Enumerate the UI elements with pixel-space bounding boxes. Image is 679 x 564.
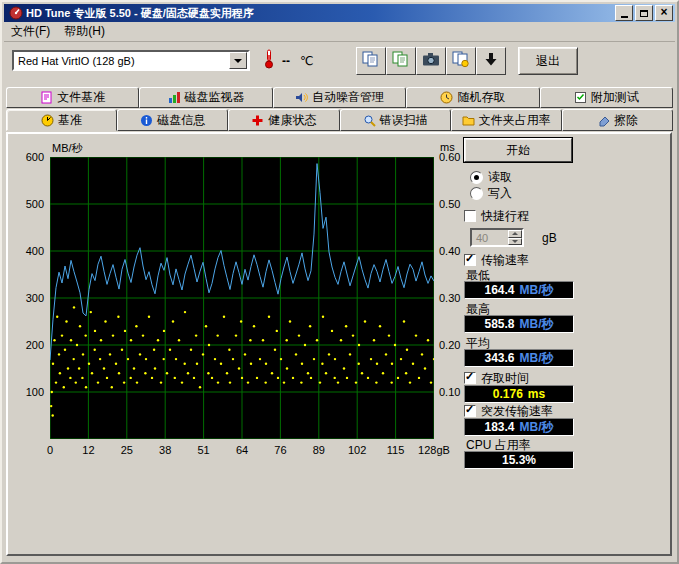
tab-label: 附加测试 bbox=[591, 89, 639, 106]
shortstroke-checkbox[interactable]: 快捷行程 bbox=[464, 209, 529, 223]
benchmark-chart: MB/秒 ms 6005004003002001000.600.500.400.… bbox=[8, 134, 468, 464]
transfer-rate-checkbox[interactable]: 传输速率 bbox=[464, 253, 529, 267]
spinner-down-button[interactable] bbox=[508, 238, 522, 246]
access-time-checkbox[interactable]: 存取时间 bbox=[464, 371, 529, 385]
tab-extra-tests[interactable]: 附加测试 bbox=[540, 87, 673, 108]
drive-select-value: Red Hat VirtIO (128 gB) bbox=[14, 55, 229, 67]
transfer-rate-label: 传输速率 bbox=[481, 252, 529, 269]
tab-label: 错误扫描 bbox=[380, 112, 428, 129]
tab-label: 文件基准 bbox=[57, 89, 105, 106]
minimize-icon bbox=[621, 16, 628, 18]
shortstroke-size-input[interactable]: 40 bbox=[470, 228, 524, 247]
x-tick: 0 bbox=[30, 444, 70, 456]
avg-unit: MB/秒 bbox=[520, 350, 554, 367]
burst-rate-checkbox[interactable]: 突发传输速率 bbox=[464, 404, 553, 418]
copy-image-button[interactable] bbox=[446, 47, 476, 75]
thermometer-icon bbox=[262, 49, 276, 73]
disk-monitor-icon bbox=[168, 91, 181, 104]
start-button[interactable]: 开始 bbox=[464, 138, 572, 162]
toolbar: Red Hat VirtIO (128 gB) -- ℃ 退出 bbox=[4, 42, 675, 80]
access-time-unit: ms bbox=[528, 387, 545, 401]
info-icon bbox=[140, 114, 153, 127]
tab-label: 擦除 bbox=[614, 112, 638, 129]
minimize-button[interactable] bbox=[615, 5, 633, 21]
copy-pages-icon bbox=[362, 51, 380, 72]
y-left-tick: 300 bbox=[8, 292, 44, 304]
y-left-axis-unit: MB/秒 bbox=[52, 141, 83, 156]
chevron-down-icon[interactable] bbox=[229, 52, 247, 69]
close-button[interactable]: × bbox=[655, 5, 673, 21]
avg-value: 343.6 bbox=[484, 351, 514, 365]
menu-help[interactable]: 帮助(H) bbox=[57, 21, 112, 42]
copy-text-button[interactable] bbox=[386, 47, 416, 75]
x-tick: 128gB bbox=[414, 444, 454, 456]
clock-icon bbox=[440, 91, 453, 104]
tab-folder-usage[interactable]: 文件夹占用率 bbox=[451, 109, 562, 131]
copy-text-icon bbox=[392, 51, 410, 72]
menu-file[interactable]: 文件(F) bbox=[4, 21, 57, 42]
x-tick: 51 bbox=[184, 444, 224, 456]
tab-aam[interactable]: 自动噪音管理 bbox=[273, 87, 406, 108]
x-tick: 76 bbox=[260, 444, 300, 456]
title-bar[interactable]: HD Tune 专业版 5.50 - 硬盘/固态硬盘实用程序 × bbox=[4, 4, 675, 22]
max-unit: MB/秒 bbox=[520, 316, 554, 333]
app-icon bbox=[9, 6, 23, 20]
plot-canvas bbox=[50, 157, 434, 439]
y-left-tick: 100 bbox=[8, 386, 44, 398]
maximize-button[interactable] bbox=[635, 5, 653, 21]
read-radio[interactable]: 读取 bbox=[470, 170, 512, 184]
tab-disk-info[interactable]: 磁盘信息 bbox=[117, 109, 228, 131]
copy-screenshot-button[interactable] bbox=[356, 47, 386, 75]
tab-file-benchmark[interactable]: 文件基准 bbox=[6, 87, 139, 108]
close-icon: × bbox=[660, 7, 667, 17]
camera-icon bbox=[422, 52, 440, 71]
screenshot-button[interactable] bbox=[416, 47, 446, 75]
tab-health[interactable]: 健康状态 bbox=[228, 109, 339, 131]
exit-button[interactable]: 退出 bbox=[518, 47, 578, 75]
x-tick: 102 bbox=[337, 444, 377, 456]
checkbox-unchecked-icon bbox=[464, 210, 476, 222]
min-value: 164.4 bbox=[484, 283, 514, 297]
file-benchmark-icon bbox=[40, 91, 53, 104]
radio-unselected-icon bbox=[470, 187, 483, 200]
max-value: 585.8 bbox=[484, 317, 514, 331]
spinner-up-button[interactable] bbox=[508, 230, 522, 238]
write-radio-label: 写入 bbox=[488, 185, 512, 202]
y-left-tick: 600 bbox=[8, 151, 44, 163]
tab-error-scan[interactable]: 错误扫描 bbox=[340, 109, 451, 131]
access-time-label: 存取时间 bbox=[481, 370, 529, 387]
copy-image-icon bbox=[452, 51, 470, 72]
tab-label: 自动噪音管理 bbox=[312, 89, 384, 106]
gauge-icon bbox=[41, 114, 54, 127]
red-cross-icon bbox=[251, 114, 264, 127]
magnifier-icon bbox=[363, 114, 376, 127]
x-tick: 38 bbox=[145, 444, 185, 456]
write-radio[interactable]: 写入 bbox=[470, 186, 512, 200]
tab-label: 磁盘信息 bbox=[157, 112, 205, 129]
save-button[interactable] bbox=[476, 47, 506, 75]
window-controls: × bbox=[615, 5, 673, 21]
shortstroke-unit-label: gB bbox=[542, 231, 557, 245]
burst-rate-value: 183.4 bbox=[484, 420, 514, 434]
speaker-icon bbox=[295, 91, 308, 104]
maximize-icon bbox=[640, 10, 648, 17]
burst-rate-unit: MB/秒 bbox=[520, 419, 554, 436]
access-time-value-box: 0.176 ms bbox=[464, 385, 574, 403]
download-arrow-icon bbox=[484, 52, 498, 71]
tab-label: 文件夹占用率 bbox=[479, 112, 551, 129]
drive-select[interactable]: Red Hat VirtIO (128 gB) bbox=[12, 50, 250, 71]
shortstroke-size-value: 40 bbox=[472, 232, 508, 244]
tab-benchmark[interactable]: 基准 bbox=[6, 109, 117, 131]
tab-disk-monitor[interactable]: 磁盘监视器 bbox=[139, 87, 272, 108]
y-left-tick: 400 bbox=[8, 245, 44, 257]
radio-selected-icon bbox=[470, 171, 483, 184]
x-tick: 25 bbox=[107, 444, 147, 456]
tab-random-access[interactable]: 随机存取 bbox=[406, 87, 539, 108]
cpu-usage-value: 15.3% bbox=[502, 453, 536, 467]
start-button-label: 开始 bbox=[506, 142, 530, 159]
checklist-icon bbox=[574, 91, 587, 104]
folder-icon bbox=[462, 114, 475, 127]
tab-erase[interactable]: 擦除 bbox=[562, 109, 673, 131]
access-time-value: 0.176 bbox=[493, 387, 523, 401]
tab-label: 随机存取 bbox=[457, 89, 505, 106]
